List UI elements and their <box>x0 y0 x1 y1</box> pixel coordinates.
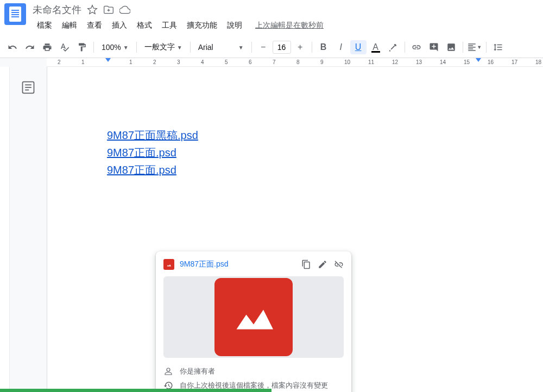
add-comment-button[interactable] <box>426 40 442 54</box>
underline-button[interactable]: U <box>350 40 367 54</box>
image-thumbnail-icon <box>214 278 293 356</box>
ruler-tick: 3 <box>177 59 180 65</box>
ruler-tick: 1 <box>81 59 85 65</box>
document-link-1[interactable]: 9M87正面黑稿.psd <box>107 127 489 144</box>
status-bar <box>0 389 272 392</box>
menu-format[interactable]: 格式 <box>132 18 156 33</box>
italic-button[interactable]: I <box>333 40 349 54</box>
menu-view[interactable]: 查看 <box>83 18 106 33</box>
ruler-tick: 16 <box>488 59 494 65</box>
document-page[interactable]: 9M87正面黑稿.psd 9M87正面.psd 9M87正面.psd 9M87正… <box>47 67 543 391</box>
line-spacing-button[interactable] <box>490 40 506 54</box>
paint-format-button[interactable] <box>74 40 90 54</box>
vertical-ruler[interactable] <box>0 67 10 391</box>
menu-insert[interactable]: 插入 <box>108 18 131 33</box>
ruler-tick: 13 <box>416 59 422 65</box>
menu-tools[interactable]: 工具 <box>157 18 181 33</box>
cloud-icon[interactable] <box>119 4 130 15</box>
insert-image-button[interactable] <box>443 40 459 54</box>
edit-link-icon[interactable] <box>318 260 327 269</box>
ruler-tick: 1 <box>129 59 132 65</box>
spellcheck-button[interactable] <box>56 40 73 54</box>
insert-link-button[interactable] <box>408 40 425 54</box>
app-header: 未命名文件 檔案 編輯 查看 插入 格式 工具 擴充功能 說明 上次編輯是在數秒… <box>0 0 543 33</box>
document-link-3[interactable]: 9M87正面.psd <box>107 161 489 179</box>
font-size-decrease[interactable]: − <box>255 40 272 54</box>
ruler-tick: 2 <box>153 59 156 65</box>
link-preview-card: 9M87正面.psd 你是擁有者 自你上次檢視後這個檔案後，檔案內容沒有變更 <box>156 251 351 392</box>
menu-extensions[interactable]: 擴充功能 <box>182 18 222 33</box>
ruler-tick: 5 <box>225 59 228 65</box>
ruler-tick: 9 <box>320 59 324 65</box>
zoom-dropdown[interactable]: 100%▼ <box>97 40 133 54</box>
text-color-button[interactable]: A <box>368 40 384 54</box>
ruler-tick: 8 <box>296 59 300 65</box>
ruler-tick: 12 <box>392 59 398 65</box>
document-link-2[interactable]: 9M87正面.psd <box>107 144 489 161</box>
toolbar: 100%▼ 一般文字▼ Arial▼ − + B I U A ▼ <box>0 37 543 58</box>
undo-button[interactable] <box>4 40 21 54</box>
document-title[interactable]: 未命名文件 <box>33 3 81 16</box>
ruler-tick: 18 <box>535 59 541 65</box>
horizontal-ruler[interactable]: 21123456789101112131415161718 <box>47 58 543 67</box>
docs-logo[interactable] <box>4 3 26 25</box>
font-size-input[interactable] <box>273 41 291 54</box>
ruler-tick: 17 <box>512 59 517 65</box>
ruler-tick: 4 <box>201 59 204 65</box>
ruler-tick: 7 <box>273 59 276 65</box>
owner-text: 你是擁有者 <box>180 366 215 376</box>
card-title[interactable]: 9M87正面.psd <box>180 260 296 269</box>
image-file-icon <box>163 259 174 270</box>
copy-link-icon[interactable] <box>301 260 311 269</box>
menu-file[interactable]: 檔案 <box>33 18 56 33</box>
star-icon[interactable] <box>87 4 98 15</box>
menu-bar: 檔案 編輯 查看 插入 格式 工具 擴充功能 說明 上次編輯是在數秒前 <box>33 18 539 33</box>
menu-help[interactable]: 說明 <box>223 18 247 33</box>
font-dropdown[interactable]: Arial▼ <box>194 40 248 54</box>
ruler-tick: 6 <box>249 59 252 65</box>
outline-icon[interactable] <box>21 80 36 95</box>
file-preview[interactable] <box>163 276 344 358</box>
person-icon <box>163 366 173 376</box>
move-icon[interactable] <box>103 4 114 15</box>
highlight-button[interactable] <box>385 40 401 54</box>
styles-dropdown[interactable]: 一般文字▼ <box>140 40 187 54</box>
align-button[interactable]: ▼ <box>466 40 483 54</box>
ruler-tick: 10 <box>344 59 350 65</box>
ruler-tick: 11 <box>368 59 374 65</box>
ruler-tick: 2 <box>58 59 61 65</box>
redo-button[interactable] <box>22 40 38 54</box>
ruler-tick: 15 <box>464 59 470 65</box>
ruler-tick: 14 <box>440 59 446 65</box>
last-edit-status[interactable]: 上次編輯是在數秒前 <box>255 21 324 30</box>
font-size-increase[interactable]: + <box>292 40 308 54</box>
bold-button[interactable]: B <box>315 40 332 54</box>
menu-edit[interactable]: 編輯 <box>58 18 81 33</box>
unlink-icon[interactable] <box>334 260 344 269</box>
print-button[interactable] <box>39 40 55 54</box>
